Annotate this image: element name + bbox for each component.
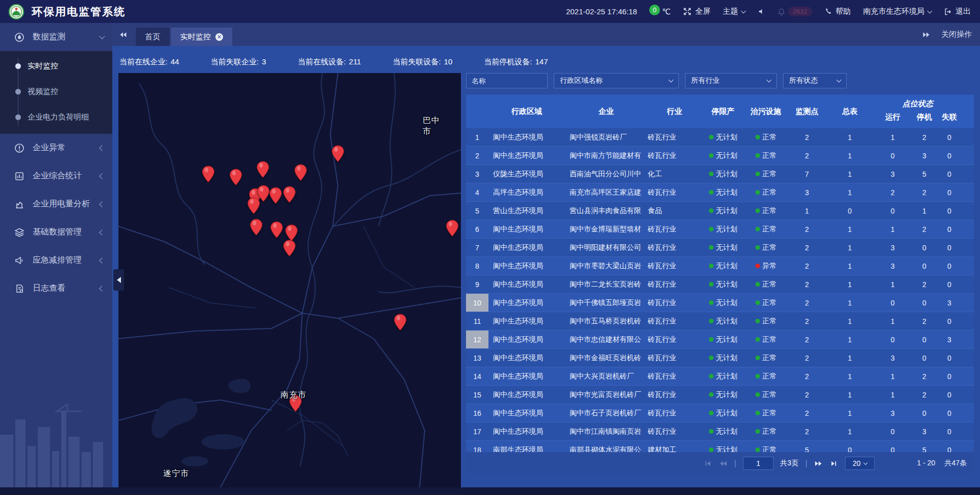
sidebar-item-chart[interactable]: 企业用电量分析 [0,190,112,218]
cell-stop-status: 无计划 [702,312,744,330]
table-row[interactable]: 14 阆中生态环境局 阆中大兴页岩机砖厂 砖瓦行业 无计划 正常 2 1 1 2… [466,367,974,386]
sidebar-item-data-monitor[interactable]: 数据监测 [0,23,112,51]
status-dot-icon [755,264,760,268]
status-dot-icon [755,227,760,231]
row-index: 5 [466,202,488,220]
notifications[interactable]: 2632 [777,7,812,16]
table-row[interactable]: 9 阆中生态环境局 阆中市二龙长宝页岩砖 砖瓦行业 无计划 正常 2 1 1 2… [466,275,974,294]
cell-run: 1 [873,128,912,146]
table-row[interactable]: 2 阆中生态环境局 阆中市南方节能建材有 砖瓦行业 无计划 正常 2 1 0 3… [466,147,974,165]
sidebar-item-layers[interactable]: 基础数据管理 [0,218,112,246]
map-pin-icon[interactable] [229,169,242,186]
map-pin-icon[interactable] [394,314,407,331]
table-row[interactable]: 7 阆中生态环境局 阆中明阳建材有限公司 砖瓦行业 无计划 正常 2 1 3 0… [466,239,974,257]
table-row[interactable]: 13 阆中生态环境局 阆中市金福旺页岩机砖 砖瓦行业 无计划 正常 2 1 3 … [466,349,974,367]
tabs-scroll-left-icon[interactable] [118,31,128,39]
table-row[interactable]: 16 阆中生态环境局 阆中市石子页岩机砖厂 砖瓦行业 无计划 正常 2 1 3 … [466,404,974,422]
last-page-button[interactable] [830,460,839,467]
status-filter-select[interactable]: 所有状态 [783,73,847,88]
mute-speaker-button[interactable] [757,8,765,15]
table-row[interactable]: 17 阆中生态环境局 阆中市江南镇阆南页岩 砖瓦行业 无计划 正常 2 1 0 … [466,422,974,441]
region-filter-select[interactable]: 行政区域名称 [554,73,679,88]
tab-close-icon[interactable]: ✕ [215,33,223,41]
theme-dropdown[interactable]: 主题 [723,7,745,16]
page-input[interactable] [743,457,774,470]
tabs-scroll-right-icon[interactable] [922,31,931,39]
map-pin-icon[interactable] [285,224,298,242]
table-row[interactable]: 6 阆中生态环境局 阆中市金博瑞新型墙材 砖瓦行业 无计划 正常 2 1 1 2… [466,220,974,239]
sidebar-item-log[interactable]: 日志查看 [0,274,112,302]
logout-button[interactable]: 退出 [944,7,971,16]
cell-region: 仪陇生态环境局 [488,170,565,179]
bullet-icon [15,114,21,120]
table-row[interactable]: 15 阆中生态环境局 阆中市光富页岩机砖厂 砖瓦行业 无计划 正常 2 1 1 … [466,386,974,404]
map-pin-icon[interactable] [202,166,215,183]
cell-points: 2 [788,422,826,440]
cell-meters: 1 [826,128,873,146]
tab-home[interactable]: 首页 [136,28,169,46]
sidebar-item-alert[interactable]: 企业异常 [0,134,112,162]
page-size-select[interactable]: 20 [845,457,875,470]
map-pin-icon[interactable] [270,221,283,239]
map-pin-icon[interactable] [331,145,345,162]
stat-item: 当前停机设备:147 [484,57,548,67]
sidebar-subitem[interactable]: 企业电力负荷明细 [0,104,112,130]
chevron-down-icon [99,33,105,39]
table-row[interactable]: 3 仪陇生态环境局 西南油气田分公司川中 化工 无计划 正常 7 1 3 5 0 [466,165,974,183]
map-pin-icon[interactable] [256,161,270,178]
chevron-down-icon [864,460,868,464]
table-row[interactable]: 8 阆中生态环境局 阆中市枣碧大梁山页岩 砖瓦行业 无计划 异常 2 1 3 0… [466,257,974,275]
help-button[interactable]: 帮助 [824,7,851,16]
map-pin-icon[interactable] [294,164,307,181]
cell-points: 2 [788,257,826,275]
collapse-panel-handle[interactable] [113,269,124,291]
cell-points: 2 [788,294,826,312]
cell-facility-status: 正常 [744,404,788,422]
sidebar-item-label: 基础数据管理 [33,227,82,238]
cell-facility-status: 正常 [744,331,788,348]
sidebar-subitem[interactable]: 视频监控 [0,79,112,104]
table-row[interactable]: 4 高坪生态环境局 南充市高坪区王家店建 砖瓦行业 无计划 正常 3 1 2 2… [466,183,974,202]
status-dot-icon [755,300,760,305]
name-filter-input[interactable] [466,73,548,88]
cell-stop-status: 无计划 [702,275,744,293]
industry-filter-select[interactable]: 所有行业 [685,73,777,88]
prev-page-button[interactable] [718,460,727,467]
cell-stop-status: 无计划 [702,128,744,146]
table-row[interactable]: 18 南部生态环境局 南部县砌体水泥有限公 建材加工 无计划 正常 5 0 0 … [466,441,974,452]
tab-realtime-monitor[interactable]: 实时监控 ✕ [171,28,232,46]
status-dot-icon [709,319,714,323]
table-row[interactable]: 12 阆中生态环境局 阆中市忠信建材有限公 砖瓦行业 无计划 正常 2 1 0 … [466,331,974,349]
map-pin-icon[interactable] [446,220,459,237]
table-row[interactable]: 11 阆中生态环境局 阆中市五马桥页岩机砖 砖瓦行业 无计划 正常 2 1 1 … [466,312,974,331]
cell-lost: 0 [937,367,962,385]
cell-industry: 食品 [647,206,702,216]
cell-facility-status: 正常 [744,275,788,293]
sidebar-item-label: 企业用电量分析 [33,199,90,209]
sidebar-item-stats[interactable]: 企业综合统计 [0,162,112,190]
map-panel[interactable]: 巴中市南充市遂宁市 [118,73,461,487]
fullscreen-button[interactable]: 全屏 [683,7,710,16]
cell-meters: 1 [826,404,873,422]
cell-stop-status: 无计划 [702,404,744,422]
table-header: 行政区域企业行业停限产治污设施监测点总表点位状态运行停机失联 [466,95,974,128]
status-dot-icon [755,337,760,342]
next-page-button[interactable] [814,460,823,467]
table-row[interactable]: 5 营山生态环境局 营山县润丰肉食品有限 食品 无计划 正常 1 0 0 1 0 [466,202,974,220]
status-dot-icon [709,392,714,397]
map-pin-icon[interactable] [283,186,296,203]
sidebar-subitem[interactable]: 实时监控 [0,53,112,79]
first-page-button[interactable] [703,460,712,467]
sidebar-item-horn[interactable]: 应急减排管理 [0,246,112,274]
map-pin-icon[interactable] [247,197,260,215]
map-pin-icon[interactable] [283,240,296,257]
table-row[interactable]: 1 阆中生态环境局 阆中强锐页岩砖厂 砖瓦行业 无计划 正常 2 1 1 2 0 [466,128,974,147]
cell-points: 2 [788,331,826,348]
map-pin-icon[interactable] [250,219,263,236]
cell-run: 0 [873,147,912,164]
cell-industry: 化工 [647,170,702,179]
org-dropdown[interactable]: 南充市生态环境局 [863,7,932,16]
map-pin-icon[interactable] [269,187,282,204]
table-row[interactable]: 10 阆中生态环境局 阆中千佛镇五郎垭页岩 砖瓦行业 无计划 正常 2 1 0 … [466,294,974,312]
close-operations-button[interactable]: 关闭操作 [941,30,972,39]
